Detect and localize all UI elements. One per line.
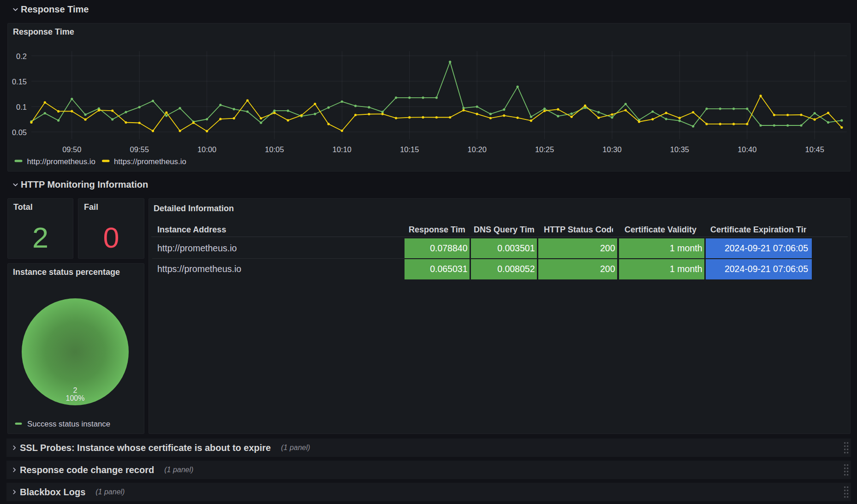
svg-text:2: 2 <box>73 386 77 394</box>
svg-text:100%: 100% <box>66 394 85 402</box>
svg-text:Success status instance: Success status instance <box>27 420 110 428</box>
